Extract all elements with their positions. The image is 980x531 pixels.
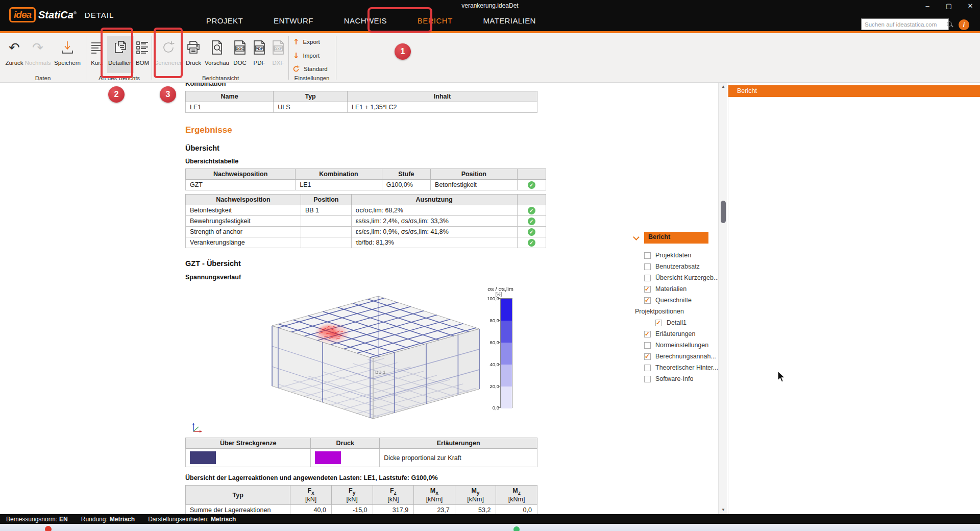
col-header: Name — [186, 91, 274, 102]
report-document: Kombination Name Typ Inhalt LE1 ULS LE1 … — [185, 83, 546, 514]
heading-ergebnisse: Ergebnisse — [185, 125, 546, 135]
kombination-table: Name Typ Inhalt LE1 ULS LE1 + 1,35*LC2 — [185, 91, 537, 113]
checkbox-checked-icon[interactable] — [644, 286, 651, 293]
chevron-down-icon[interactable] — [634, 234, 639, 239]
reactions-table: Typ Fx[kN] Fy[kN] Fz[kN] Mx[kNm] My[kNm]… — [185, 485, 537, 514]
annotation-step-2: 2 — [108, 86, 125, 103]
report-chapter-tree: Bericht Projektdaten Benutzerabsatz Über… — [633, 232, 719, 384]
module-name: DETAIL — [85, 11, 114, 19]
table-row: Summe der Lagerreaktionen 40,0 -15,0 317… — [186, 505, 537, 515]
tree-item-software-info[interactable]: Software-Info — [644, 373, 719, 384]
checkbox-icon[interactable] — [644, 365, 651, 371]
printer-icon — [185, 39, 202, 56]
checkbox-icon[interactable] — [644, 342, 651, 349]
status-bemessungsnorm: Bemessungsnorm:EN — [6, 516, 68, 523]
annotation-box-generieren — [154, 28, 183, 78]
dxf-file-icon: DXF — [270, 39, 286, 56]
annotation-box-bericht-tab — [368, 7, 432, 33]
table-row: Bewehrungsfestigkeit εs/εs,lim: 2,4%, σs… — [186, 216, 546, 227]
info-button[interactable]: i — [959, 19, 969, 30]
pdf-file-icon: PDF — [251, 39, 267, 56]
redo-button: ↷ Nochmals — [26, 36, 50, 73]
tree-item-projektdaten[interactable]: Projektdaten — [644, 250, 719, 261]
tree-item-theoretischer-hintergrund[interactable]: Theoretischer Hinter... — [644, 362, 719, 373]
svg-text:DXF: DXF — [275, 46, 282, 51]
table-row: Betonfestigkeit BB 1 σc/σc,lim: 68,2% — [186, 205, 546, 216]
annotation-box-detailliert — [101, 28, 133, 78]
pass-check-icon — [528, 207, 535, 214]
checkbox-checked-icon[interactable] — [655, 320, 662, 326]
tree-item-projektpositionen[interactable]: Projektpositionen — [635, 306, 719, 317]
heading-uebersicht: Übersicht — [185, 144, 546, 152]
tree-item-berechnungsannahmen[interactable]: Berechnungsannah... — [644, 351, 719, 362]
document-title: verankerung.ideaDet — [0, 2, 980, 9]
report-bom-button[interactable]: BOM — [134, 36, 151, 73]
pass-check-icon — [528, 239, 535, 247]
scroll-up-icon[interactable]: ▲ — [719, 83, 728, 91]
position-label: BB 1 — [375, 369, 386, 375]
undo-button[interactable]: ↶ Zurück — [3, 36, 26, 73]
tree-item-uebersicht-kurzergebnisse[interactable]: Übersicht Kurzergeb... — [644, 272, 719, 283]
report-3d-view: BB 1 σs / σs,lim [%] — [185, 286, 546, 437]
pass-check-icon — [528, 228, 535, 236]
export-settings-button[interactable]: ↑ Export — [293, 37, 320, 46]
ribbon-group-daten: Daten — [2, 75, 84, 81]
colorbar-gradient — [500, 298, 512, 408]
svg-text:DOC: DOC — [236, 46, 244, 51]
pass-check-icon — [528, 218, 535, 225]
annotation-step-3: 3 — [160, 86, 176, 103]
tree-item-erlaeuterungen[interactable]: Erläuterungen — [644, 328, 719, 340]
report-preview-area: Kombination Name Typ Inhalt LE1 ULS LE1 … — [0, 83, 728, 514]
export-doc-button[interactable]: DOC DOC — [231, 36, 249, 73]
heading-gzt-uebersicht: GZT - Übersicht — [185, 259, 546, 268]
scrollbar-thumb[interactable] — [721, 201, 726, 223]
right-panel: Bericht — [728, 83, 980, 514]
minimize-icon[interactable]: – — [923, 2, 932, 10]
close-icon[interactable]: ✕ — [966, 2, 975, 10]
status-darstellungseinheiten: Darstellungseinheiten:Metrisch — [148, 516, 236, 523]
checkbox-checked-icon[interactable] — [644, 297, 651, 304]
save-button[interactable]: Speichern — [51, 36, 84, 73]
legend-table: Über Streckgrenze Druck Erläuterungen Di… — [185, 438, 537, 467]
maximize-icon[interactable]: ▢ — [944, 2, 953, 10]
utilization-table: Nachweisposition Position Ausnutzung Bet… — [185, 194, 546, 248]
yield-color-swatch — [190, 451, 216, 464]
col-header: Inhalt — [347, 91, 537, 102]
table-row: Dicke proportional zur Kraft — [186, 449, 537, 467]
tree-item-benutzerabsatz[interactable]: Benutzerabsatz — [644, 261, 719, 272]
report-scrollbar[interactable]: ▲ ▼ — [718, 83, 727, 514]
col-header: Typ — [274, 91, 348, 102]
window-controls: – ▢ ✕ — [923, 2, 975, 10]
checkbox-icon[interactable] — [644, 263, 651, 270]
export-pdf-button[interactable]: PDF PDF — [250, 36, 268, 73]
tree-item-querschnitte[interactable]: Querschnitte — [644, 295, 719, 306]
export-dxf-button: DXF DXF — [270, 36, 287, 73]
print-button[interactable]: Druck — [184, 36, 203, 73]
checkbox-icon[interactable] — [644, 252, 651, 259]
table-row: Strength of anchor εs/εs,lim: 0,9%, σs/σ… — [186, 227, 546, 237]
standard-reset-icon — [292, 65, 300, 73]
tree-item-materialien[interactable]: Materialien — [644, 283, 719, 295]
preview-button[interactable]: Vorschau — [203, 36, 231, 73]
checkbox-checked-icon[interactable] — [644, 353, 651, 360]
tab-projekt[interactable]: PROJEKT — [204, 15, 245, 26]
tab-materialien[interactable]: MATERIALIEN — [481, 15, 537, 26]
tree-root-bericht[interactable]: Bericht — [644, 232, 708, 244]
heading-spannungsverlauf: Spannungsverlauf — [185, 274, 546, 281]
standard-settings-button[interactable]: Standard — [292, 65, 328, 73]
save-icon — [60, 39, 75, 56]
tree-item-normeinstellungen[interactable]: Normeinstellungen — [644, 340, 719, 351]
search-icon[interactable] — [946, 21, 953, 28]
scroll-down-icon[interactable]: ▼ — [719, 506, 728, 514]
app-window: verankerung.ideaDet idea StatiCa® DETAIL… — [0, 0, 980, 531]
tree-item-detail1[interactable]: Detail1 — [655, 317, 719, 328]
checkbox-checked-icon[interactable] — [644, 331, 651, 337]
import-settings-button[interactable]: ↓ Import — [293, 51, 320, 60]
tab-entwurf[interactable]: ENTWURF — [272, 15, 315, 26]
search-box — [861, 18, 949, 30]
checkbox-icon[interactable] — [644, 275, 651, 281]
pass-check-icon — [528, 181, 535, 189]
mouse-cursor — [777, 371, 787, 383]
checkbox-icon[interactable] — [644, 376, 651, 382]
search-input[interactable] — [862, 21, 946, 28]
